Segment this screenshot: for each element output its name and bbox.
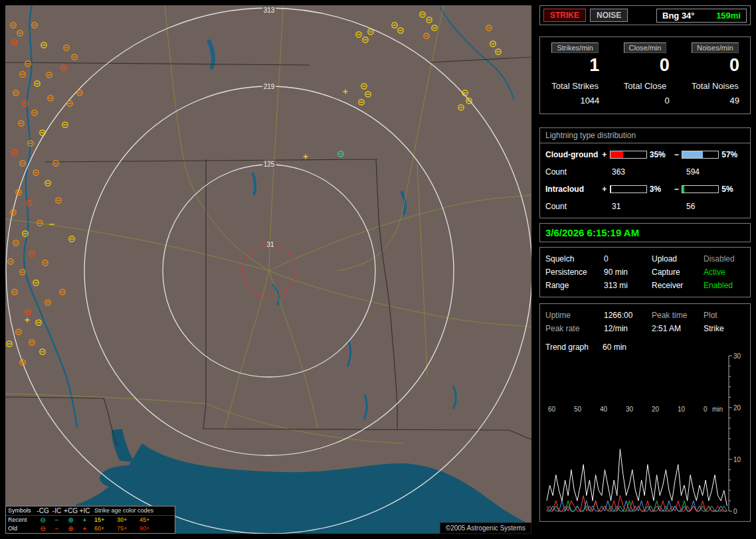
status-row: Range 313 mi Receiver Enabled — [545, 279, 745, 292]
cg-negative-count: 594 — [686, 167, 700, 177]
intracloud-count-row: Count 31 56 — [540, 198, 750, 215]
legend-age-title: Strike age color codes — [92, 506, 175, 515]
ic-negative-pct: 5% — [721, 185, 745, 194]
cloud-ground-count-row: Count 363 594 — [540, 163, 750, 181]
svg-text:10: 10 — [678, 406, 686, 413]
noises-per-min-value: 0 — [729, 56, 739, 74]
trend-graph-row: Trend graph 60 min — [545, 341, 745, 353]
upload-label: Upload — [652, 252, 704, 266]
count-label: Count — [545, 167, 603, 177]
strike-map[interactable]: 313 219 125 31 Symbols -CG -IC +CG +IC S… — [5, 5, 531, 534]
bearing-distance-box: Bng 34° 159mi — [656, 9, 747, 23]
ic-negative-count: 56 — [686, 202, 695, 211]
close-per-min-value: 0 — [660, 56, 670, 74]
cg-positive-pct: 35% — [650, 150, 673, 159]
persistence-label: Persistence — [545, 266, 604, 279]
legend-col-cg-neg: -CG — [36, 506, 50, 515]
status-panel: STRIKE NOISE Bng 34° 159mi Strikes/min 1… — [539, 5, 751, 522]
legend-recent-label: Recent — [6, 516, 36, 524]
bar-fill — [611, 151, 623, 158]
peak-rate-value: 12/min — [604, 322, 652, 335]
circle-plus-icon: ⊕ — [64, 516, 78, 524]
total-noises-label: Total Noises — [692, 81, 739, 91]
bar-fill — [682, 186, 684, 193]
svg-text:50: 50 — [574, 406, 582, 413]
minus-icon: − — [50, 524, 64, 533]
ic-positive-bar — [610, 185, 647, 193]
persistence-value: 90 min — [604, 266, 652, 279]
cloud-ground-label: Cloud-ground — [545, 150, 601, 159]
peak-time-label: Peak time — [652, 309, 704, 322]
count-label: Count — [545, 202, 603, 211]
range-label: Range — [545, 279, 604, 292]
legend-col-cg-pos: +CG — [64, 506, 78, 515]
bar-fill — [682, 151, 703, 158]
total-close-value: 0 — [664, 96, 669, 106]
legend-old-label: Old — [6, 524, 36, 533]
uptime-value: 1266:00 — [604, 309, 652, 322]
map-canvas: 313 219 125 31 — [5, 5, 531, 534]
minus-sign: − — [673, 185, 681, 194]
svg-text:30: 30 — [733, 353, 741, 360]
legend-col-ic-pos: +IC — [78, 506, 92, 515]
svg-text:60: 60 — [548, 406, 556, 413]
noise-indicator[interactable]: NOISE — [590, 9, 628, 22]
plus-icon: + — [78, 524, 92, 533]
svg-text:10: 10 — [733, 456, 741, 463]
strikes-per-min-button[interactable]: Strikes/min — [551, 42, 598, 53]
plot-value[interactable]: Strike — [704, 322, 745, 335]
svg-text:0: 0 — [733, 508, 737, 515]
ic-negative-bar — [682, 185, 719, 193]
legend-recent-row: Recent ⊖ − ⊕ + 15+ 30+ 45+ — [6, 516, 175, 524]
stats-row: Peak rate 12/min 2:51 AM Strike — [545, 322, 745, 335]
cg-negative-pct: 57% — [721, 150, 745, 159]
trend-graph-label: Trend graph — [545, 341, 603, 353]
legend-old-row: Old ⊖ − ⊕ + 60+ 75+ 90+ — [6, 524, 175, 533]
svg-text:20: 20 — [733, 404, 741, 412]
strike-indicator[interactable]: STRIKE — [543, 9, 586, 22]
ring-label-219: 219 — [264, 83, 275, 90]
circle-minus-icon: ⊖ — [36, 524, 50, 533]
distribution-title: Lightning type distribution — [540, 128, 750, 143]
minus-icon: − — [50, 516, 64, 524]
close-per-min-button[interactable]: Close/min — [624, 42, 667, 53]
stats-trend-box: Uptime 1266:00 Peak time Plot Peak rate … — [539, 303, 751, 522]
plot-label: Plot — [704, 309, 745, 322]
ic-positive-pct: 3% — [650, 185, 673, 194]
rates-box: Strikes/min 1 Total Strikes 1044 Close/m… — [539, 37, 751, 114]
capture-label: Capture — [652, 266, 704, 279]
datetime-box: 3/6/2026 6:15:19 AM — [539, 223, 751, 242]
svg-text:40: 40 — [600, 406, 608, 413]
legend-col-ic-neg: -IC — [50, 506, 64, 515]
river-layer — [24, 5, 514, 427]
upload-value: Disabled — [704, 252, 745, 266]
ring-label-125: 125 — [264, 161, 275, 168]
total-strikes-label: Total Strikes — [551, 81, 599, 91]
cg-positive-bar — [610, 151, 647, 159]
svg-text:0: 0 — [704, 406, 708, 413]
circle-plus-icon: ⊕ — [64, 524, 78, 533]
peak-rate-label: Peak rate — [545, 322, 604, 335]
noises-per-min-button[interactable]: Noises/min — [692, 42, 738, 53]
svg-text:20: 20 — [652, 406, 660, 413]
trend-graph: 01020306050403020100min — [545, 353, 746, 516]
copyright-notice: ©2005 Astrogenic Systems — [440, 522, 531, 534]
cloud-ground-row: Cloud-ground + 35% − 57% — [540, 146, 750, 163]
peak-time-value: 2:51 AM — [652, 322, 704, 335]
age-code-30: 30+ — [114, 516, 137, 524]
uptime-label: Uptime — [545, 309, 604, 322]
status-row: Persistence 90 min Capture Active — [545, 266, 745, 279]
plus-sign: + — [601, 185, 609, 194]
squelch-label: Squelch — [545, 252, 604, 266]
age-code-90: 90+ — [137, 524, 159, 533]
indicator-box: STRIKE NOISE Bng 34° 159mi — [539, 5, 751, 25]
total-noises-value: 49 — [730, 96, 739, 106]
age-code-45: 45+ — [137, 516, 159, 524]
trend-window-value[interactable]: 60 min — [603, 341, 745, 353]
strikes-per-min-column: Strikes/min 1 Total Strikes 1044 — [540, 42, 610, 106]
legend-header-row: Symbols -CG -IC +CG +IC Strike age color… — [6, 506, 175, 516]
svg-text:30: 30 — [626, 406, 634, 413]
road-layer — [5, 5, 531, 443]
stats-row: Uptime 1266:00 Peak time Plot — [545, 309, 745, 322]
cg-negative-bar — [682, 151, 719, 159]
